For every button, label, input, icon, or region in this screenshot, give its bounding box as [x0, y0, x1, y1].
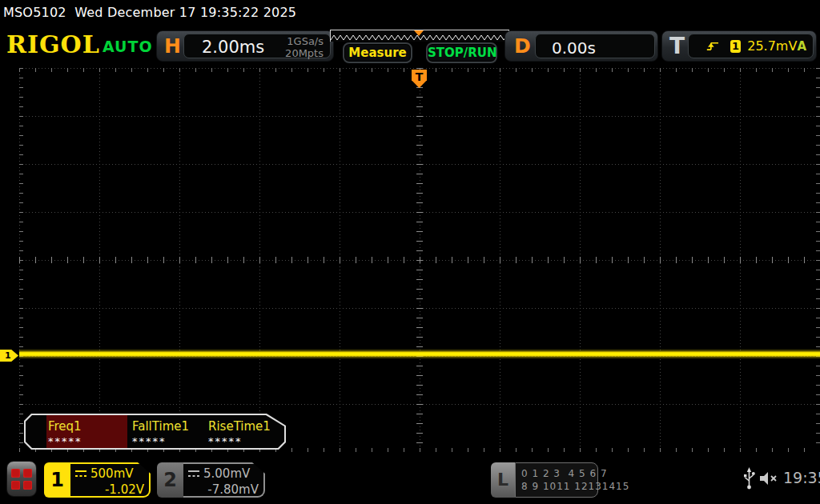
status-bar: MSO5102 Wed December 17 19:35:22 2025	[0, 0, 820, 24]
channel2-offset: -7.80mV	[187, 482, 259, 497]
memory-depth: 20Mpts	[285, 47, 324, 59]
horizontal-inner: 2.00ms 1GSa/s 20Mpts	[183, 34, 331, 58]
stop-run-button[interactable]: STOP/RUN	[426, 42, 497, 63]
measurement-item-freq1[interactable]: Freq1 *****	[46, 415, 127, 448]
usb-icon	[743, 467, 755, 490]
sample-rate-block: 1GSa/s 20Mpts	[285, 35, 324, 59]
measurement-label: FallTime1	[132, 419, 207, 434]
tray-clock: 19:35	[783, 469, 820, 486]
measurement-label: RiseTime1	[208, 419, 284, 434]
graticule-grid	[19, 68, 820, 452]
acquire-mode-label: AUTO	[102, 38, 153, 55]
channel2-info-box[interactable]: 5.00mV -7.80mV	[183, 462, 265, 498]
rising-edge-trigger-icon	[706, 40, 719, 52]
menu-red-dot	[11, 481, 20, 490]
measurement-label: Freq1	[48, 419, 127, 434]
channel1-ground-marker[interactable]: 1	[0, 350, 18, 362]
dc-coupling-icon	[74, 469, 87, 478]
measurement-panel-inner: Freq1 ***** FallTime1 ***** RiseTime1 **…	[26, 415, 284, 448]
channel1-scale: 500mV	[90, 466, 134, 481]
measure-button[interactable]: Measure	[343, 42, 412, 63]
trigger-source-badge: 1	[730, 40, 741, 53]
timebase-value: 2.00ms	[202, 38, 264, 57]
sample-rate: 1GSa/s	[285, 35, 324, 47]
menu-red-dot	[23, 481, 32, 490]
horizontal-timebase-box[interactable]: H 2.00ms 1GSa/s 20Mpts	[156, 30, 334, 62]
logic-channels-row2: 8 9 1011 12131415	[521, 480, 597, 493]
delay-label: D	[514, 34, 531, 58]
measurement-panel: Freq1 ***** FallTime1 ***** RiseTime1 **…	[24, 414, 286, 450]
model-and-datetime: MSO5102 Wed December 17 19:35:22 2025	[3, 5, 296, 20]
channel1-tab[interactable]: 1	[44, 462, 70, 498]
function-menu-icon[interactable]	[6, 461, 37, 497]
measurement-value: *****	[132, 435, 207, 447]
rigol-logo: RIGOL	[6, 30, 100, 58]
trigger-label: T	[669, 33, 685, 59]
delay-box[interactable]: D 0.00s	[504, 30, 658, 62]
trigger-inner: 1 25.7mV A	[688, 34, 814, 58]
channel2-tab[interactable]: 2	[157, 462, 183, 498]
waveform-overview-strip[interactable]	[330, 30, 509, 42]
logic-channels-row1: 0 1 2 3 4 5 6 7	[521, 467, 597, 480]
measurement-value: *****	[48, 435, 127, 447]
delay-inner: 0.00s	[535, 34, 655, 58]
speaker-muted-icon[interactable]	[759, 470, 780, 486]
horizontal-label: H	[164, 34, 181, 58]
trigger-sweep-mode: A	[797, 39, 806, 54]
dc-coupling-icon	[187, 469, 200, 478]
menu-red-dot	[23, 469, 32, 478]
trigger-level-value: 25.7mV	[747, 38, 797, 54]
measurement-value: *****	[208, 435, 284, 447]
measurement-item-risetime1[interactable]: RiseTime1 *****	[207, 415, 284, 448]
logic-analyzer-channels-box[interactable]: 0 1 2 3 4 5 6 7 8 9 1011 12131415	[515, 462, 598, 498]
channel2-scale: 5.00mV	[203, 466, 250, 481]
bottom-bar: 1 500mV -1.02V 2 5.00mV -7.80mV L 0 1 2 …	[0, 453, 820, 504]
channel1-offset: -1.02V	[74, 482, 144, 497]
channel1-info-box[interactable]: 500mV -1.02V	[70, 462, 151, 498]
channel1-trace	[19, 349, 820, 359]
measurement-item-falltime1[interactable]: FallTime1 *****	[131, 415, 207, 448]
trigger-box[interactable]: T 1 25.7mV A	[661, 30, 817, 62]
menu-red-dot	[11, 469, 20, 478]
delay-value: 0.00s	[552, 38, 596, 58]
header-bar: RIGOL AUTO H 2.00ms 1GSa/s 20Mpts Measur…	[0, 24, 820, 67]
logic-analyzer-tab[interactable]: L	[491, 462, 515, 498]
